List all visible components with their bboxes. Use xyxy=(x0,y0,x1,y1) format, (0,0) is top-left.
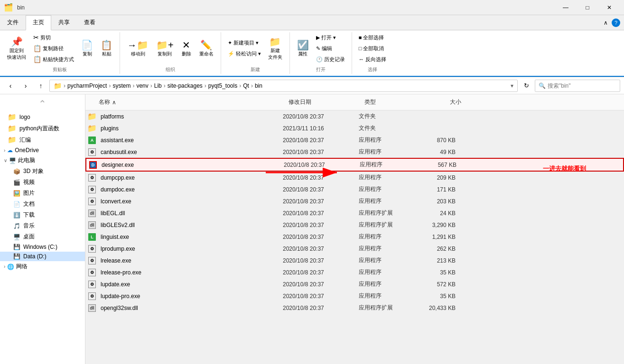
copy-path-button[interactable]: 📋 复制路径 xyxy=(30,43,77,54)
path-part-5[interactable]: site-packages xyxy=(168,82,203,89)
back-button[interactable]: ‹ xyxy=(4,79,17,92)
path-part-3[interactable]: venv xyxy=(136,82,148,89)
path-part-2[interactable]: system xyxy=(112,82,130,89)
table-row[interactable]: dll libGLESv2.dll 2020/10/8 20:37 应用程序扩展… xyxy=(85,219,624,231)
table-row[interactable]: ⚙ canbusutil.exe 2020/10/8 20:37 应用程序 49… xyxy=(85,146,624,158)
file-date-lconvert: 2020/10/8 20:37 xyxy=(279,197,355,206)
invert-selection-button[interactable]: ↔ 反向选择 xyxy=(356,55,389,64)
file-size-lprodump: 262 KB xyxy=(412,245,459,253)
table-row[interactable]: 📁 platforms 2020/10/8 20:37 文件夹 xyxy=(85,110,624,122)
column-date[interactable]: 修改日期 xyxy=(285,96,361,108)
copy-to-button[interactable]: 📁+ 复制到 xyxy=(153,37,177,59)
easy-access-button[interactable]: ⚡ 轻松访问 ▾ xyxy=(225,49,264,59)
sidebar-label-logo: logo xyxy=(19,114,30,120)
refresh-button[interactable]: ↻ xyxy=(520,79,533,92)
file-date-lupdate: 2020/10/8 20:37 xyxy=(279,280,355,289)
table-row[interactable]: A assistant.exe 2020/10/8 20:37 应用程序 870… xyxy=(85,134,624,146)
copy-button[interactable]: 📄 复制 xyxy=(78,37,96,59)
paste-shortcut-button[interactable]: 📋 粘贴快捷方式 xyxy=(30,54,77,64)
column-type[interactable]: 类型 xyxy=(361,96,418,108)
move-to-button[interactable]: →📁 移动到 xyxy=(124,37,152,59)
history-button[interactable]: 🕐 历史记录 xyxy=(313,55,348,64)
file-date-designer: 2020/10/8 20:37 xyxy=(280,161,356,169)
sidebar-item-documents[interactable]: 📄 文档 xyxy=(0,199,85,209)
paste-button[interactable]: 📋 粘贴 xyxy=(97,37,116,59)
sidebar-item-onedrive[interactable]: › ☁ OneDrive xyxy=(0,146,85,155)
deselect-all-button[interactable]: □ 全部取消 xyxy=(356,44,389,54)
edit-button[interactable]: ✎ 编辑 xyxy=(313,44,348,54)
path-part-1[interactable]: pycharmProject xyxy=(67,82,107,89)
sidebar-item-downloads[interactable]: ⬇️ 下载 xyxy=(0,209,85,220)
tab-share[interactable]: 共享 xyxy=(51,15,77,30)
table-row[interactable]: dll opengl32sw.dll 2020/10/8 20:37 应用程序扩… xyxy=(85,302,624,314)
pin-quickaccess-button[interactable]: 📌 固定到快速访问 xyxy=(4,34,29,63)
path-sep-3: › xyxy=(150,82,152,89)
select-buttons: ■ 全部选择 □ 全部取消 ↔ 反向选择 xyxy=(356,32,389,64)
onedrive-icon: ☁ xyxy=(7,147,13,154)
open-button[interactable]: ▶ 打开 ▾ xyxy=(313,33,348,43)
table-row[interactable]: L linguist.exe 2020/10/8 20:37 应用程序 1,29… xyxy=(85,231,624,243)
new-item-button[interactable]: ✦ 新建项目 ▾ xyxy=(225,38,264,48)
rename-button[interactable]: ✏️ 重命名 xyxy=(196,37,217,59)
copy-icon: 📄 xyxy=(81,39,93,51)
tab-file[interactable]: 文件 xyxy=(0,15,26,30)
path-part-8[interactable]: bin xyxy=(255,82,262,89)
sidebar-item-music[interactable]: 🎵 音乐 xyxy=(0,220,85,231)
search-input[interactable] xyxy=(535,80,620,92)
path-part-7[interactable]: Qt xyxy=(243,82,249,89)
tab-view[interactable]: 查看 xyxy=(77,15,102,30)
sidebar-label-assembly: 汇编 xyxy=(19,136,31,144)
maximize-button[interactable]: □ xyxy=(577,0,598,15)
cut-button[interactable]: ✂ 剪切 xyxy=(30,32,77,43)
sidebar-item-3dobjects[interactable]: 📦 3D 对象 xyxy=(0,166,85,177)
path-part-4[interactable]: Lib xyxy=(154,82,162,89)
sidebar-item-python[interactable]: 📁 python内置函数 xyxy=(0,123,85,134)
sidebar-item-drive-d[interactable]: 💾 Data (D:) xyxy=(0,252,85,261)
sidebar-item-drive-c[interactable]: 💾 Windows (C:) xyxy=(0,242,85,252)
table-row[interactable]: ⚙ dumpdoc.exe 2020/10/8 20:37 应用程序 171 K… xyxy=(85,183,624,195)
table-row[interactable]: ⚙ lprodump.exe 2020/10/8 20:37 应用程序 262 … xyxy=(85,243,624,255)
sidebar-item-pictures[interactable]: 🖼️ 图片 xyxy=(0,188,85,199)
sidebar-item-assembly[interactable]: 📁 汇编 xyxy=(0,134,85,146)
select-all-button[interactable]: ■ 全部选择 xyxy=(356,33,389,43)
app-icon-gray: ⚙ xyxy=(88,148,96,156)
sidebar-item-thispc[interactable]: ∨ 🖥️ 此电脑 xyxy=(0,155,85,166)
file-date-lreleasepro: 2020/10/8 20:37 xyxy=(279,268,355,277)
new-folder-button[interactable]: 📁 新建文件夹 xyxy=(265,34,286,63)
table-row[interactable]: 📁 plugins 2021/3/11 10:16 文件夹 xyxy=(85,122,624,134)
table-row[interactable]: ⚙ lupdate-pro.exe 2020/10/8 20:37 应用程序 3… xyxy=(85,290,624,302)
minimize-button[interactable]: — xyxy=(555,0,577,15)
table-row[interactable]: ⚙ dumpcpp.exe 2020/10/8 20:37 应用程序 209 K… xyxy=(85,172,624,183)
chevron-thispc: ∨ xyxy=(4,158,7,163)
sidebar-item-logo[interactable]: 📁 logo xyxy=(0,111,85,123)
table-row[interactable]: D designer.exe 2020/10/8 20:37 应用程序 567 … xyxy=(85,158,624,172)
ribbon-up-arrow[interactable]: ∧ xyxy=(604,19,608,26)
column-name[interactable]: 名称 ∧ xyxy=(95,96,285,108)
sidebar-scroll-up[interactable]: ⌃ xyxy=(0,96,85,111)
new-label: 新建 xyxy=(251,65,260,74)
file-icon-plugins: 📁 xyxy=(87,124,97,133)
table-row[interactable]: ⚙ lupdate.exe 2020/10/8 20:37 应用程序 572 K… xyxy=(85,278,624,290)
tab-home[interactable]: 主页 xyxy=(26,15,51,30)
up-button[interactable]: ↑ xyxy=(34,79,47,92)
column-size[interactable]: 大小 xyxy=(418,96,465,108)
sidebar-label-thispc: 此电脑 xyxy=(18,156,35,164)
address-path[interactable]: 📁 › pycharmProject › system › venv › Lib… xyxy=(49,80,518,92)
dropdown-arrow[interactable]: ▾ xyxy=(511,82,513,89)
path-part-6[interactable]: pyqt5_tools xyxy=(208,82,237,89)
table-row[interactable]: ⚙ lrelease-pro.exe 2020/10/8 20:37 应用程序 … xyxy=(85,266,624,278)
close-button[interactable]: ✕ xyxy=(598,0,620,15)
ribbon-help-icon[interactable]: ? xyxy=(612,18,620,27)
sidebar-item-videos[interactable]: 🎬 视频 xyxy=(0,177,85,188)
properties-button[interactable]: ☑️ 属性 xyxy=(294,37,312,59)
table-row[interactable]: ⚙ lrelease.exe 2020/10/8 20:37 应用程序 213 … xyxy=(85,255,624,266)
table-row[interactable]: ⚙ lconvert.exe 2020/10/8 20:37 应用程序 203 … xyxy=(85,195,624,207)
delete-button[interactable]: ✕ 删除 xyxy=(178,37,195,59)
sidebar-item-network[interactable]: › 🌐 网络 xyxy=(0,261,85,272)
rename-icon: ✏️ xyxy=(200,39,212,51)
properties-icon: ☑️ xyxy=(297,39,309,51)
sidebar-item-desktop[interactable]: 🖥️ 桌面 xyxy=(0,231,85,242)
table-row[interactable]: dll libEGL.dll 2020/10/8 20:37 应用程序扩展 24… xyxy=(85,207,624,219)
forward-button[interactable]: › xyxy=(19,79,32,92)
pictures-icon: 🖼️ xyxy=(13,190,20,197)
